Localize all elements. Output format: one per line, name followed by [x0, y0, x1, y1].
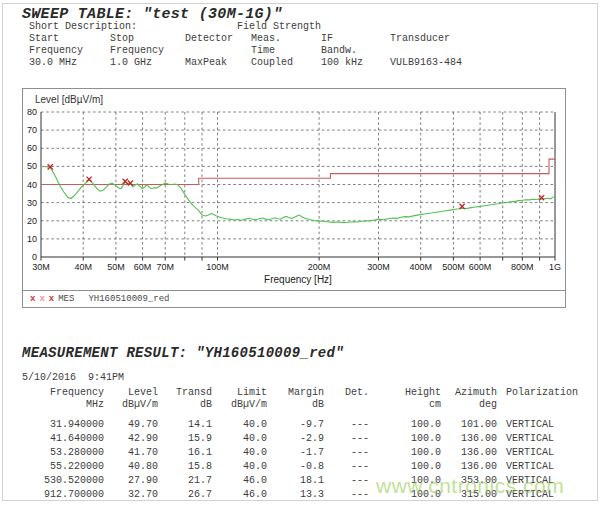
table-cell: -9.7	[267, 418, 324, 432]
table-cell: 100.0	[369, 446, 441, 460]
sweep-col-value: Coupled	[251, 57, 321, 69]
table-cell: 41.640000	[0, 432, 104, 446]
column-unit	[324, 399, 369, 411]
result-table: FrequencyLevelTransdLimitMarginDet.Heigh…	[0, 387, 600, 502]
svg-text:20: 20	[27, 216, 37, 226]
sweep-col-value: MaxPeak	[185, 57, 251, 69]
table-cell: VERTICAL	[497, 460, 600, 474]
measurement-result-title: MEASUREMENT RESULT: "YH160510009_red"	[22, 345, 344, 361]
table-row: 41.64000042.9015.940.0-2.9---100.0136.00…	[0, 432, 600, 446]
table-cell: -0.8	[267, 460, 324, 474]
column-unit: MHz	[0, 399, 104, 411]
table-cell: ---	[324, 432, 369, 446]
column-header: Transd	[158, 387, 212, 399]
table-cell: -1.7	[267, 446, 324, 460]
svg-text:50: 50	[27, 161, 37, 171]
sweep-col-header2: Time	[251, 45, 321, 57]
table-cell: 315.00	[441, 488, 497, 502]
svg-text:100M: 100M	[206, 262, 229, 272]
table-cell: 100.0	[369, 432, 441, 446]
sweep-col-header: Transducer	[390, 33, 462, 45]
table-cell: 353.00	[441, 474, 497, 488]
table-cell: 530.520000	[0, 474, 104, 488]
sweep-col-header: Meas.	[251, 33, 321, 45]
sweep-col-value: 30.0 MHz	[29, 57, 110, 69]
svg-text:200M: 200M	[308, 262, 331, 272]
column-header: Frequency	[0, 387, 104, 399]
svg-text:60: 60	[27, 143, 37, 153]
table-cell: ---	[324, 446, 369, 460]
column-unit: dBµV/m	[212, 399, 267, 411]
table-cell: 40.0	[212, 460, 267, 474]
sweep-col-header: Start	[29, 33, 110, 45]
column-header: Level	[104, 387, 158, 399]
sweep-col-value: 1.0 GHz	[110, 57, 185, 69]
table-cell: 42.90	[104, 432, 158, 446]
table-cell: 26.7	[158, 488, 212, 502]
column-header: Limit	[212, 387, 267, 399]
svg-text:400M: 400M	[409, 262, 432, 272]
table-cell: 40.0	[212, 418, 267, 432]
table-cell: 101.00	[441, 418, 497, 432]
column-unit: dB	[158, 399, 212, 411]
table-cell: 32.70	[104, 488, 158, 502]
y-axis-title: Level [dBµV/m]	[35, 94, 103, 105]
table-cell: 21.7	[158, 474, 212, 488]
svg-text:500M: 500M	[442, 262, 465, 272]
table-cell: 40.0	[212, 432, 267, 446]
legend-series-type: MES	[58, 294, 74, 304]
level-chart: 0102030405060708030M40M50M60M70M100M200M…	[22, 88, 566, 308]
short-description-value: Field Strength	[237, 21, 321, 32]
svg-text:80: 80	[27, 107, 37, 117]
measurement-datetime: 5/10/2016 9:41PM	[22, 372, 124, 383]
legend-marker-icon: x	[30, 294, 35, 304]
table-cell: 53.280000	[0, 446, 104, 460]
svg-text:70M: 70M	[156, 262, 174, 272]
sweep-col-value: 100 kHz	[321, 57, 390, 69]
svg-text:30: 30	[27, 198, 37, 208]
table-cell: 46.0	[212, 488, 267, 502]
sweep-parameters-table: Start Stop Detector Meas. IF Transducer …	[29, 33, 462, 69]
sweep-col-header: IF	[321, 33, 390, 45]
table-cell: 49.70	[104, 418, 158, 432]
svg-text:0: 0	[32, 252, 37, 262]
chart-svg: 0102030405060708030M40M50M60M70M100M200M…	[23, 89, 565, 289]
table-cell: 40.0	[212, 446, 267, 460]
table-row: 55.22000040.8015.840.0-0.8---100.0136.00…	[0, 460, 600, 474]
table-cell: 41.70	[104, 446, 158, 460]
table-cell: 15.9	[158, 432, 212, 446]
table-cell: 46.0	[212, 474, 267, 488]
table-cell: -2.9	[267, 432, 324, 446]
table-cell: 31.940000	[0, 418, 104, 432]
svg-text:40: 40	[27, 180, 37, 190]
chart-legend: x x x MES YH160510009_red	[23, 290, 565, 307]
result-header-row: FrequencyLevelTransdLimitMarginDet.Heigh…	[0, 387, 600, 399]
table-cell: ---	[324, 488, 369, 502]
svg-text:60M: 60M	[134, 262, 152, 272]
svg-text:800M: 800M	[511, 262, 534, 272]
column-unit: dBµV/m	[104, 399, 158, 411]
table-cell: VERTICAL	[497, 488, 600, 502]
table-cell: 100.0	[369, 474, 441, 488]
table-row: 530.52000027.9021.746.018.1---100.0353.0…	[0, 474, 600, 488]
result-units-row: MHzdBµV/mdBdBµV/mdBcmdeg	[0, 399, 600, 411]
sweep-col-header2: Bandw.	[321, 45, 390, 57]
table-cell: ---	[324, 460, 369, 474]
table-cell: 100.0	[369, 460, 441, 474]
column-header: Polarization	[497, 387, 600, 399]
legend-marker-icon: x	[39, 294, 44, 304]
column-header: Det.	[324, 387, 369, 399]
table-cell: 912.700000	[0, 488, 104, 502]
table-cell: 18.1	[267, 474, 324, 488]
sweep-col-header: Stop	[110, 33, 185, 45]
table-cell: 16.1	[158, 446, 212, 460]
table-cell: 55.220000	[0, 460, 104, 474]
table-cell: 136.00	[441, 446, 497, 460]
table-row: 912.70000032.7026.746.013.3---100.0315.0…	[0, 488, 600, 502]
table-cell: 40.80	[104, 460, 158, 474]
svg-text:600M: 600M	[469, 262, 492, 272]
legend-marker-icon: x	[49, 294, 54, 304]
column-unit: deg	[441, 399, 497, 411]
sweep-col-header2: Frequency	[110, 45, 185, 57]
svg-text:50M: 50M	[107, 262, 125, 272]
